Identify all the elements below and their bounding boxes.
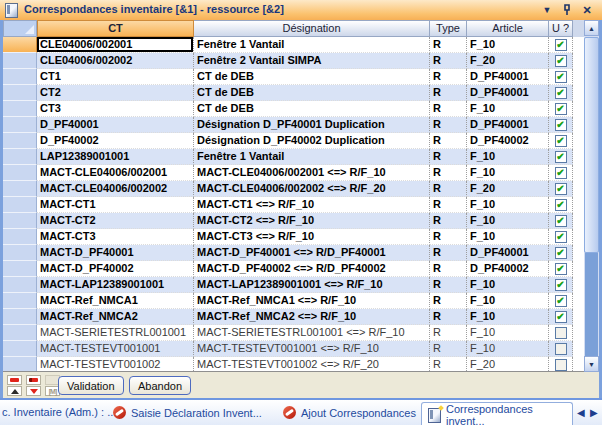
checkbox-checked-icon[interactable]: ✔ [555,119,567,131]
row-header[interactable] [3,37,37,53]
row-header[interactable] [3,165,37,181]
cell-ct[interactable]: MACT-CLE04006/002002 [37,181,194,197]
cell-ct[interactable]: CLE04006/002001 [37,37,194,53]
cell-designation[interactable]: MACT-CT1 <=> R/F_10 [194,197,430,213]
cell-designation[interactable]: CT de DEB [194,69,430,85]
cell-article[interactable]: D_PF40001 [467,69,549,85]
column-header-designation[interactable]: Désignation [194,20,430,37]
column-header-u[interactable]: U ? [549,20,573,37]
cell-type[interactable]: R [430,181,467,197]
cell-ct[interactable]: MACT-TESTEVT001001 [37,341,194,357]
tab-correspondances-inventaire-active[interactable]: Correspondances invent... [421,402,573,425]
cell-type[interactable]: R [430,213,467,229]
cell-designation[interactable]: MACT-LAP12389001001 <=> R/F_10 [194,277,430,293]
cell-designation[interactable]: MACT-SERIETESTRL001001 <=> R/F_10 [194,325,430,341]
grid-corner-selector[interactable] [3,20,37,37]
cell-type[interactable]: R [430,229,467,245]
cell-article[interactable]: F_10 [467,197,549,213]
cell-article[interactable]: F_10 [467,229,549,245]
cell-designation[interactable]: MACT-TESTEVT001001 <=> R/F_10 [194,341,430,357]
row-header[interactable] [3,85,37,101]
cell-ct[interactable]: MACT-D_PF40002 [37,261,194,277]
cell-type[interactable]: R [430,37,467,53]
cell-ct[interactable]: MACT-CT3 [37,229,194,245]
row-header[interactable] [3,149,37,165]
cell-designation[interactable]: MACT-Ref_NMCA1 <=> R/F_10 [194,293,430,309]
checkbox-checked-icon[interactable]: ✔ [555,199,567,211]
cell-type[interactable]: R [430,53,467,69]
cell-type[interactable]: R [430,245,467,261]
checkbox-checked-icon[interactable]: ✔ [555,231,567,243]
row-header[interactable] [3,181,37,197]
row-header[interactable] [3,309,37,325]
cell-type[interactable]: R [430,165,467,181]
cell-article[interactable]: F_20 [467,357,549,372]
cell-type[interactable]: R [430,69,467,85]
tab-ajout-correspondances[interactable]: Ajout Correspondances [283,406,416,419]
row-header[interactable] [3,341,37,357]
cell-ct[interactable]: MACT-CLE04006/002001 [37,165,194,181]
cell-ct[interactable]: MACT-CT1 [37,197,194,213]
cell-article[interactable]: F_10 [467,149,549,165]
row-header[interactable] [3,357,37,372]
column-header-article[interactable]: Article [467,20,549,37]
cell-type[interactable]: R [430,293,467,309]
checkbox-checked-icon[interactable]: ✔ [555,263,567,275]
row-header[interactable] [3,53,37,69]
cell-article[interactable]: D_PF40001 [467,117,549,133]
cell-article[interactable]: F_10 [467,37,549,53]
tab-inventaire-adm[interactable]: c. Inventaire (Adm.) : ... [2,406,116,418]
cell-ct[interactable]: MACT-LAP12389001001 [37,277,194,293]
scroll-down-arrow-icon[interactable]: ▼ [584,356,599,372]
row-header[interactable] [3,261,37,277]
cell-ct[interactable]: CT2 [37,85,194,101]
checkbox-checked-icon[interactable]: ✔ [555,167,567,179]
close-icon[interactable]: ✕ [580,3,594,17]
row-header[interactable] [3,245,37,261]
checkbox-checked-icon[interactable]: ✔ [555,135,567,147]
cell-designation[interactable]: MACT-D_PF40002 <=> R/D_PF40002 [194,261,430,277]
checkbox-checked-icon[interactable]: ✔ [555,183,567,195]
cell-article[interactable]: F_10 [467,309,549,325]
checkbox-checked-icon[interactable]: ✔ [555,71,567,83]
checkbox-checked-icon[interactable]: ✔ [555,87,567,99]
cell-type[interactable]: R [430,357,467,372]
vertical-scrollbar[interactable]: ▲ ▼ [584,20,599,372]
cell-article[interactable]: F_20 [467,53,549,69]
cell-designation[interactable]: Désignation D_PF40001 Duplication [194,117,430,133]
cell-type[interactable]: R [430,261,467,277]
cell-article[interactable]: D_PF40002 [467,133,549,149]
cell-article[interactable]: F_20 [467,181,549,197]
column-header-ct[interactable]: CT [37,20,194,37]
cell-designation[interactable]: CT de DEB [194,101,430,117]
move-down-icon[interactable] [26,386,41,396]
cell-type[interactable]: R [430,309,467,325]
cell-article[interactable]: F_10 [467,293,549,309]
cell-type[interactable]: R [430,277,467,293]
cell-article[interactable]: F_10 [467,325,549,341]
row-header[interactable] [3,101,37,117]
row-header[interactable] [3,293,37,309]
checkbox-checked-icon[interactable]: ✔ [555,215,567,227]
row-header[interactable] [3,197,37,213]
cell-type[interactable]: R [430,197,467,213]
cell-article[interactable]: F_10 [467,101,549,117]
column-header-type[interactable]: Type [430,20,467,37]
tab-saisie-declaration[interactable]: Saisie Déclaration Invent... [113,406,262,419]
cell-ct[interactable]: LAP12389001001 [37,149,194,165]
validation-button[interactable]: Validation [58,376,124,395]
checkbox-checked-icon[interactable]: ✔ [555,103,567,115]
cell-designation[interactable]: MACT-TESTEVT001002 <=> R/F_20 [194,357,430,372]
cell-type[interactable]: R [430,101,467,117]
checkbox-unchecked-icon[interactable] [555,343,567,355]
cell-designation[interactable]: MACT-Ref_NMCA2 <=> R/F_10 [194,309,430,325]
insert-row-icon[interactable] [7,375,22,385]
checkbox-checked-icon[interactable]: ✔ [555,39,567,51]
cell-article[interactable]: D_PF40001 [467,85,549,101]
cell-article[interactable]: F_10 [467,213,549,229]
insert-row-shift-icon[interactable] [26,375,41,385]
scroll-up-arrow-icon[interactable]: ▲ [584,20,599,36]
cell-designation[interactable]: Fenêtre 2 Vantail SIMPA [194,53,430,69]
tab-prev-arrow-icon[interactable]: ◀ [577,408,585,418]
checkbox-checked-icon[interactable]: ✔ [555,295,567,307]
